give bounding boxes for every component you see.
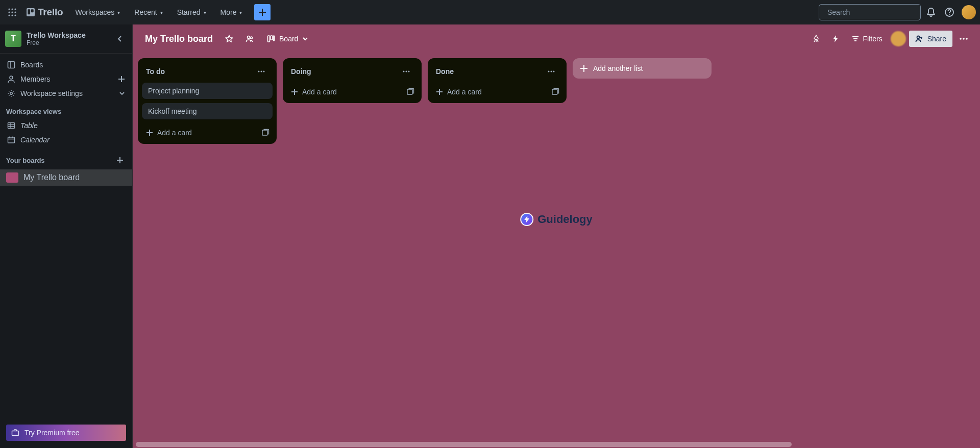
board-menu-button[interactable]: [955, 31, 972, 47]
workspace-name: Trello Workspace: [27, 31, 86, 39]
trello-logo[interactable]: Trello: [22, 4, 67, 20]
svg-point-2: [14, 8, 16, 10]
svg-point-4: [11, 11, 13, 13]
svg-point-31: [261, 71, 262, 72]
heading-label: Your boards: [6, 157, 45, 164]
apps-grid-icon: [8, 8, 16, 16]
add-card-button[interactable]: Add a card: [142, 126, 256, 140]
people-icon: [246, 35, 254, 43]
list-title[interactable]: Doing: [291, 67, 399, 76]
settings-chevron: [119, 90, 125, 96]
workspaces-menu[interactable]: Workspaces ▾: [69, 4, 126, 20]
board-color-swatch: [6, 172, 18, 183]
recent-label: Recent: [134, 8, 157, 16]
svg-point-14: [949, 14, 950, 15]
card[interactable]: Project planning: [142, 83, 273, 99]
svg-rect-33: [262, 130, 267, 135]
recent-menu[interactable]: Recent ▾: [128, 4, 168, 20]
add-board-button[interactable]: [114, 154, 126, 166]
add-card-row: Add a card: [142, 123, 273, 140]
chevron-down-icon: [302, 36, 308, 42]
boards-icon: [7, 61, 15, 69]
account-avatar[interactable]: [962, 5, 976, 19]
list-menu-button[interactable]: [254, 64, 268, 79]
add-list-button[interactable]: Add another list: [573, 58, 712, 79]
bell-icon: [926, 7, 936, 17]
scrollbar-thumb[interactable]: [136, 442, 792, 447]
list-menu-button[interactable]: [544, 64, 558, 79]
sidebar-item-label: Calendar: [20, 136, 50, 144]
visibility-button[interactable]: [241, 31, 258, 47]
svg-rect-11: [31, 9, 34, 12]
card-template-button[interactable]: [258, 126, 273, 140]
list-menu-button[interactable]: [399, 64, 413, 79]
card-template-button[interactable]: [548, 85, 562, 99]
sidebar-board-item[interactable]: My Trello board: [0, 169, 132, 186]
workspace-header: T Trello Workspace Free: [0, 24, 132, 54]
add-card-button[interactable]: Add a card: [287, 85, 401, 99]
more-menu[interactable]: More ▾: [214, 4, 249, 20]
main-area: T Trello Workspace Free Boards Members: [0, 24, 980, 448]
add-card-row: Add a card: [432, 83, 562, 99]
try-premium-button[interactable]: Try Premium free: [6, 425, 126, 441]
sidebar-item-members[interactable]: Members: [1, 72, 131, 86]
sidebar: T Trello Workspace Free Boards Members: [0, 24, 133, 448]
share-button[interactable]: Share: [909, 31, 952, 47]
chevron-left-icon: [116, 35, 124, 43]
chevron-down-icon: ▾: [160, 10, 163, 15]
help-button[interactable]: [941, 4, 958, 20]
apps-menu-button[interactable]: [4, 4, 20, 20]
sidebar-board-label: My Trello board: [23, 173, 80, 182]
template-icon: [551, 88, 559, 96]
premium-label: Try Premium free: [24, 429, 80, 437]
card[interactable]: Kickoff meeting: [142, 103, 273, 119]
board-member-avatar[interactable]: [891, 31, 906, 46]
power-ups-button[interactable]: [808, 31, 824, 47]
lists-container[interactable]: To do Project planning Kickoff meeting A…: [133, 53, 980, 448]
sidebar-item-calendar[interactable]: Calendar: [1, 133, 131, 147]
trello-logo-icon: [27, 8, 35, 16]
list: To do Project planning Kickoff meeting A…: [138, 58, 277, 144]
sidebar-item-settings[interactable]: Workspace settings: [1, 86, 131, 101]
automation-button[interactable]: [827, 31, 844, 47]
sidebar-item-table[interactable]: Table: [1, 118, 131, 133]
list-title[interactable]: Done: [436, 67, 544, 76]
star-icon: [225, 35, 233, 43]
search-box[interactable]: [819, 4, 921, 20]
add-card-label: Add a card: [447, 88, 482, 96]
view-switcher[interactable]: Board: [262, 31, 313, 47]
card-template-button[interactable]: [403, 85, 418, 99]
starred-menu[interactable]: Starred ▾: [171, 4, 212, 20]
svg-point-0: [8, 8, 10, 10]
star-board-button[interactable]: [221, 31, 237, 47]
add-card-row: Add a card: [287, 83, 418, 99]
board-title[interactable]: My Trello board: [141, 34, 217, 44]
svg-rect-20: [12, 431, 19, 436]
sidebar-item-label: Workspace settings: [20, 89, 83, 97]
filters-button[interactable]: Filters: [847, 31, 888, 47]
collapse-sidebar-button[interactable]: [113, 32, 127, 46]
horizontal-scrollbar[interactable]: [133, 441, 980, 448]
svg-point-16: [10, 76, 13, 79]
create-button[interactable]: [254, 4, 271, 20]
chevron-down-icon: ▾: [239, 10, 242, 15]
svg-point-6: [8, 14, 10, 16]
sidebar-item-boards[interactable]: Boards: [1, 58, 131, 72]
list-title[interactable]: To do: [146, 67, 254, 76]
add-card-button[interactable]: Add a card: [432, 85, 546, 99]
share-label: Share: [927, 35, 946, 43]
svg-point-17: [10, 92, 12, 94]
notifications-button[interactable]: [923, 4, 939, 20]
top-nav-left: Trello Workspaces ▾ Recent ▾ Starred ▾ M…: [4, 4, 271, 20]
workspace-plan: Free: [27, 39, 86, 46]
workspace-avatar: T: [5, 31, 21, 47]
gear-icon: [7, 89, 15, 97]
filters-label: Filters: [863, 35, 883, 43]
add-member-button[interactable]: [118, 76, 125, 83]
plus-icon: [118, 76, 125, 83]
svg-rect-25: [274, 36, 275, 41]
svg-point-1: [11, 8, 13, 10]
svg-rect-18: [8, 123, 15, 129]
search-input[interactable]: [827, 8, 917, 16]
dots-horizontal-icon: [257, 67, 265, 76]
